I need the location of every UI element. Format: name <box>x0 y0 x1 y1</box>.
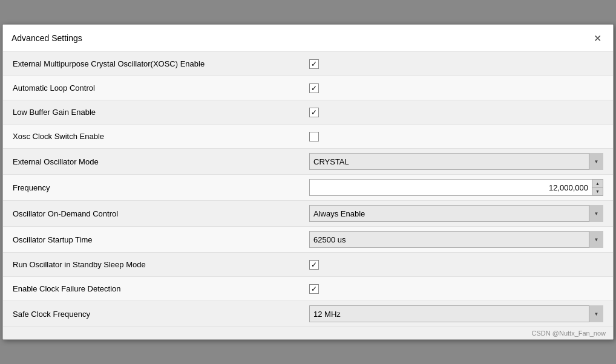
setting-label: External Oscillator Mode <box>13 157 309 166</box>
spinbox-down-button[interactable] <box>592 188 603 196</box>
setting-label: Oscillator On-Demand Control <box>13 209 309 218</box>
setting-control: Always EnableOn Demand <box>309 205 603 222</box>
setting-label: Enable Clock Failure Detection <box>13 284 309 293</box>
settings-row: Safe Clock Frequency12 MHz8 MHz4 MHz <box>3 301 613 327</box>
checkbox[interactable] <box>309 132 319 141</box>
setting-control <box>309 260 603 270</box>
setting-label: Frequency <box>13 183 309 192</box>
settings-content: External Multipurpose Crystal Oscillator… <box>3 52 613 327</box>
setting-control <box>309 59 603 69</box>
dialog-title: Advanced Settings <box>11 33 82 43</box>
setting-label: Low Buffer Gain Enable <box>13 108 309 117</box>
title-bar: Advanced Settings ✕ <box>3 25 613 52</box>
settings-row: Oscillator On-Demand ControlAlways Enabl… <box>3 201 613 227</box>
setting-label: Safe Clock Frequency <box>13 310 309 319</box>
settings-row: Xosc Clock Switch Enable <box>3 125 613 149</box>
dropdown-select[interactable]: 12 MHz8 MHz4 MHz <box>309 305 603 322</box>
setting-label: Xosc Clock Switch Enable <box>13 132 309 141</box>
dropdown-select[interactable]: CRYSTALEXTERNAL <box>309 153 603 170</box>
settings-row: Frequency <box>3 175 613 201</box>
checkbox[interactable] <box>309 284 319 294</box>
setting-label: External Multipurpose Crystal Oscillator… <box>13 59 309 68</box>
setting-label: Oscillator Startup Time <box>13 235 309 244</box>
setting-control <box>309 132 603 141</box>
dropdown-select[interactable]: 62500 us31250 us15625 us <box>309 231 603 248</box>
setting-control: 12 MHz8 MHz4 MHz <box>309 305 603 322</box>
settings-row: Low Buffer Gain Enable <box>3 100 613 125</box>
close-button[interactable]: ✕ <box>590 31 605 45</box>
checkbox[interactable] <box>309 59 319 69</box>
setting-label: Run Oscillator in Standby Sleep Mode <box>13 260 309 269</box>
settings-row: Enable Clock Failure Detection <box>3 277 613 301</box>
checkbox[interactable] <box>309 83 319 93</box>
settings-row: Automatic Loop Control <box>3 76 613 100</box>
setting-control <box>309 179 603 196</box>
setting-control: CRYSTALEXTERNAL <box>309 153 603 170</box>
watermark: CSDN @Nuttx_Fan_now <box>3 327 613 339</box>
setting-control <box>309 284 603 294</box>
advanced-settings-dialog: Advanced Settings ✕ External Multipurpos… <box>2 24 614 340</box>
settings-row: External Oscillator ModeCRYSTALEXTERNAL <box>3 149 613 175</box>
dropdown-select[interactable]: Always EnableOn Demand <box>309 205 603 222</box>
checkbox[interactable] <box>309 260 319 270</box>
setting-control <box>309 108 603 117</box>
setting-label: Automatic Loop Control <box>13 83 309 93</box>
checkbox[interactable] <box>309 108 319 117</box>
settings-row: External Multipurpose Crystal Oscillator… <box>3 52 613 76</box>
settings-row: Run Oscillator in Standby Sleep Mode <box>3 253 613 277</box>
settings-row: Oscillator Startup Time62500 us31250 us1… <box>3 227 613 253</box>
spinbox-up-button[interactable] <box>592 180 603 188</box>
setting-control: 62500 us31250 us15625 us <box>309 231 603 248</box>
setting-control <box>309 83 603 93</box>
spinbox-input[interactable] <box>309 179 592 196</box>
